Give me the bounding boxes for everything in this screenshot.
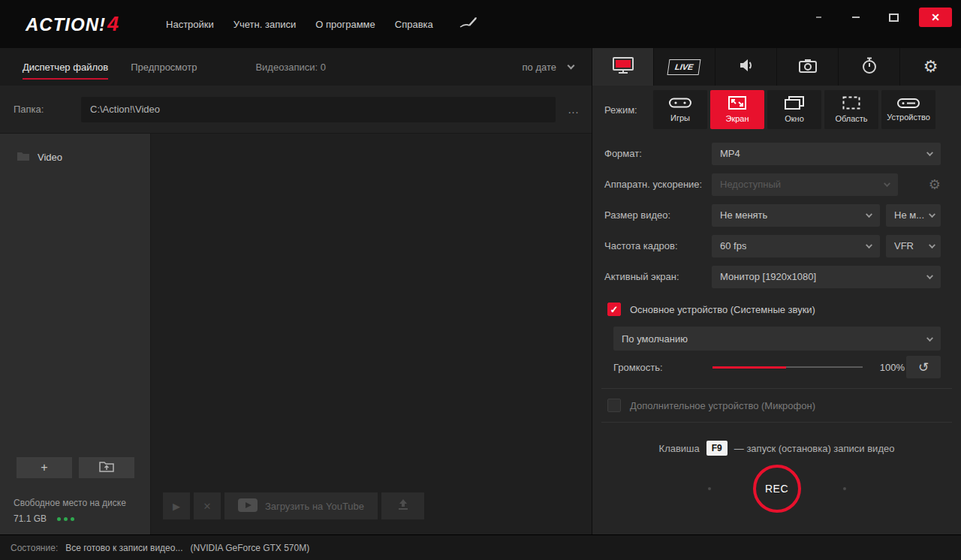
delete-icon: ✕	[203, 501, 212, 512]
audio-device-value: По умолчанию	[622, 333, 688, 345]
volume-slider-track	[786, 366, 863, 368]
menu-help[interactable]: Справка	[395, 19, 433, 30]
framerate-label: Частота кадров:	[604, 240, 712, 251]
timer-icon	[862, 57, 877, 77]
tab-settings[interactable]: ⚙	[900, 48, 961, 86]
volume-slider[interactable]	[712, 362, 863, 372]
mode-screen-button[interactable]: Экран	[710, 90, 764, 129]
import-folder-button[interactable]	[79, 457, 134, 478]
hw-accel-dropdown[interactable]: Недоступный	[712, 173, 898, 196]
volume-slider-fill	[712, 366, 786, 369]
volume-row: Громкость: 100% ↺	[592, 351, 961, 384]
status-dot	[64, 517, 68, 521]
menu-about[interactable]: О программе	[315, 19, 375, 30]
screen-icon	[728, 96, 746, 111]
chevron-down-icon	[926, 335, 933, 342]
logo-text: ACTION!	[26, 14, 106, 35]
hw-accel-label: Аппаратн. ускорение:	[604, 179, 712, 190]
add-folder-button[interactable]: +	[17, 457, 72, 478]
play-button[interactable]: ▶	[163, 492, 190, 519]
minimize-button[interactable]	[839, 8, 872, 27]
status-gpu: (NVIDIA GeForce GTX 570M)	[190, 543, 309, 553]
audio-device-dropdown[interactable]: По умолчанию	[613, 327, 941, 351]
pen-icon[interactable]	[459, 16, 478, 32]
file-list-area: ▶ ✕ Загрузить на YouTube	[150, 134, 592, 534]
active-screen-row: Активный экран: Монитор [1920x1080]	[592, 261, 961, 292]
browse-button[interactable]: ...	[556, 104, 592, 116]
tab-live-streaming[interactable]: LIVE	[654, 48, 715, 86]
rec-side-dot-right	[843, 487, 846, 490]
volume-reset-button[interactable]: ↺	[906, 356, 941, 378]
recorder-tabs: LIVE	[592, 48, 961, 86]
mode-games-button[interactable]: Игры	[653, 90, 707, 129]
chevron-down-icon	[866, 211, 872, 218]
delete-button[interactable]: ✕	[194, 492, 221, 519]
format-label: Формат:	[604, 148, 712, 159]
mode-window-button[interactable]: Окно	[767, 90, 821, 129]
file-manager-panel: Диспетчер файлов Предпросмотр Видеозапис…	[0, 48, 592, 534]
hw-accel-value: Недоступный	[720, 179, 781, 190]
camera-icon	[799, 59, 817, 76]
framerate-mode-dropdown[interactable]: VFR	[886, 235, 941, 257]
recorder-panel: LIVE	[592, 48, 961, 534]
tab-file-manager[interactable]: Диспетчер файлов	[23, 62, 108, 73]
status-label: Состояние:	[11, 543, 58, 553]
active-screen-value: Монитор [1920x1080]	[720, 271, 816, 282]
framerate-row: Частота кадров: 60 fps VFR	[592, 230, 961, 261]
folder-path-input[interactable]: C:\Action!\Video	[81, 97, 556, 122]
status-dot	[57, 517, 61, 521]
hotkey-prefix: Клавиша	[659, 443, 700, 454]
active-screen-dropdown[interactable]: Монитор [1920x1080]	[712, 266, 941, 288]
tray-button[interactable]	[802, 8, 835, 27]
video-size-secondary-dropdown[interactable]: Не м...	[886, 204, 941, 227]
tab-screenshots[interactable]	[777, 48, 839, 86]
mode-region-button[interactable]: Область	[824, 90, 878, 129]
gear-icon: ⚙	[923, 59, 938, 75]
free-space-label: Свободное место на диске	[14, 498, 138, 508]
rec-button[interactable]: REC	[753, 465, 801, 513]
maximize-button[interactable]	[877, 8, 910, 27]
tree-item-video[interactable]: Video	[0, 146, 150, 168]
menu-settings[interactable]: Настройки	[166, 19, 214, 30]
export-button[interactable]	[381, 492, 424, 519]
video-size-dropdown[interactable]: Не менять	[712, 204, 880, 227]
framerate-value: 60 fps	[720, 240, 746, 251]
close-button[interactable]: ✕	[919, 8, 952, 27]
play-icon: ▶	[173, 501, 180, 512]
audio-device-row: По умолчанию	[592, 322, 961, 351]
mode-device-button[interactable]: Устройство	[881, 90, 935, 129]
tab-benchmark[interactable]	[839, 48, 900, 86]
system-audio-checkbox[interactable]: ✓	[607, 303, 621, 316]
mode-screen-label: Экран	[725, 114, 749, 123]
folder-row: Папка: C:\Action!\Video ...	[0, 86, 592, 134]
sort-dropdown[interactable]: по дате	[523, 62, 574, 73]
hw-accel-row: Аппаратн. ускорение: Недоступный ⚙	[592, 169, 961, 200]
upload-youtube-button[interactable]: Загрузить на YouTube	[224, 492, 378, 519]
youtube-icon	[238, 498, 258, 514]
free-space-value: 71.1 GB	[14, 513, 47, 524]
folder-path-value: C:\Action!\Video	[90, 104, 160, 115]
menu-accounts[interactable]: Учетн. записи	[233, 19, 296, 30]
window-icon	[785, 96, 804, 111]
framerate-mode-value: VFR	[894, 240, 914, 251]
tab-audio-recording[interactable]	[715, 48, 777, 86]
tab-screen-recording[interactable]	[592, 48, 654, 86]
hw-accel-settings-button[interactable]: ⚙	[929, 178, 941, 191]
mode-window-label: Окно	[785, 114, 804, 123]
format-dropdown[interactable]: MP4	[712, 143, 941, 165]
framerate-dropdown[interactable]: 60 fps	[712, 235, 880, 257]
microphone-checkbox[interactable]	[607, 399, 621, 412]
format-row: Формат: MP4	[592, 138, 961, 169]
tab-preview[interactable]: Предпросмотр	[131, 62, 197, 73]
tree-item-label: Video	[38, 152, 62, 163]
live-icon: LIVE	[667, 59, 701, 75]
system-audio-row: ✓ Основное устройство (Системные звуки)	[592, 297, 961, 322]
audio-settings: ✓ Основное устройство (Системные звуки) …	[592, 297, 961, 423]
status-text: Все готово к записи видео...	[65, 543, 182, 553]
main-menu: Настройки Учетн. записи О программе Спра…	[166, 19, 433, 30]
maximize-icon	[889, 14, 899, 22]
video-size-secondary-value: Не м...	[894, 209, 924, 221]
titlebar: ACTION! 4 Настройки Учетн. записи О прог…	[0, 0, 961, 48]
video-size-label: Размер видео:	[604, 209, 712, 221]
device-icon	[897, 98, 920, 110]
